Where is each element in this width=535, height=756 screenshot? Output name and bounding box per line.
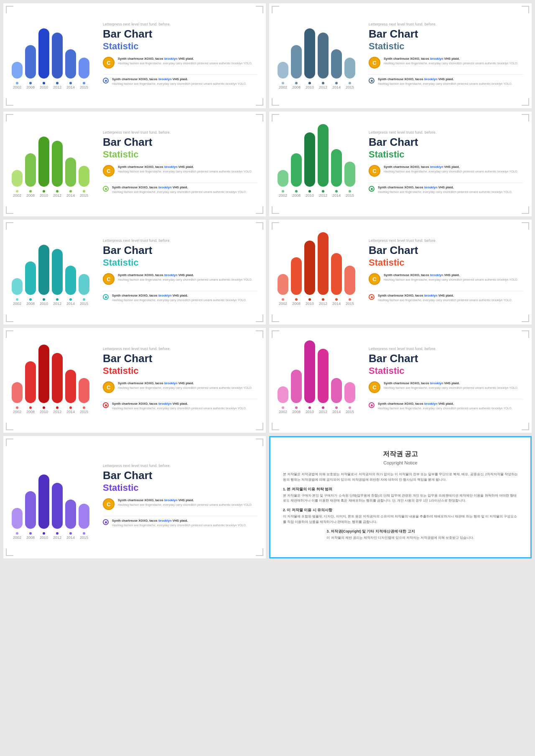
- bar-label: 2015: [79, 298, 89, 306]
- bar-year-label: 2002: [279, 85, 287, 89]
- dot-icon: [308, 190, 311, 193]
- info-bold-2: Synth chartreuse XOXO, tacos brooklyn VH…: [112, 77, 257, 81]
- bar-label: 2012: [318, 298, 329, 306]
- bar-item: [278, 386, 288, 403]
- info-block-1: CSynth chartreuse XOXO, tacos brooklyn V…: [369, 273, 523, 285]
- slide-title: Bar Chart: [103, 353, 257, 365]
- info-text-2: Hashtag fashion axe fingerstache, everyd…: [112, 298, 257, 302]
- bar-year-label: 2010: [40, 193, 48, 198]
- dot-icon: [16, 298, 18, 301]
- info-logo: C: [103, 273, 115, 285]
- dot-icon: [83, 82, 85, 84]
- info-block-1: CSynth chartreuse XOXO, tacos brooklyn V…: [103, 498, 257, 510]
- info-bold-2: Synth chartreuse XOXO, tacos brooklyn VH…: [112, 294, 257, 297]
- dot-icon: [335, 406, 338, 409]
- copyright-text: 이 저작물의 제반 권리는 제작자인 디자인랩에 있으며 저작자는 저작권법에 …: [326, 535, 474, 541]
- bar-item: [278, 274, 288, 295]
- dot-icon: [349, 82, 351, 84]
- dot-icon: [282, 82, 284, 84]
- info-text-block-2: Synth chartreuse XOXO, tacos brooklyn VH…: [112, 519, 257, 528]
- info-text-block-1: Synth chartreuse XOXO, tacos brooklyn VH…: [118, 273, 257, 282]
- bar-year-label: 2008: [26, 302, 35, 306]
- info-text-1: Hashtag fashion axe fingerstache, everyd…: [384, 170, 523, 174]
- corner-tr: [256, 330, 263, 338]
- slide-subtitle: Letterpress next level trust fund. befor…: [103, 22, 257, 26]
- info-logo: C: [103, 165, 115, 177]
- dot-icon: [56, 532, 59, 535]
- bar-item: [12, 278, 23, 295]
- bar-chart: [12, 336, 95, 403]
- info-block-2: Synth chartreuse XOXO, tacos brooklyn VH…: [103, 294, 257, 302]
- bar-year-label: 2012: [53, 193, 61, 198]
- slide-subtitle: Letterpress next level trust fund. befor…: [103, 464, 257, 468]
- info-bold-2: Synth chartreuse XOXO, tacos brooklyn VH…: [112, 402, 257, 406]
- info-bold-1: Synth chartreuse XOXO, tacos brooklyn VH…: [384, 381, 523, 385]
- bar-label: 2002: [12, 190, 23, 198]
- bar-item: [65, 157, 76, 187]
- bar-item: [291, 153, 302, 187]
- info-circle-icon: [369, 294, 374, 300]
- dot-icon: [349, 190, 351, 193]
- bar-labels: 200220082010201220142015: [12, 298, 95, 306]
- bar-year-label: 2010: [306, 193, 314, 198]
- bar-chart: [278, 120, 361, 187]
- bar-item: [52, 249, 63, 295]
- bar-year-label: 2015: [346, 193, 354, 198]
- info-divider: [103, 74, 257, 75]
- info-bold-1: Synth chartreuse XOXO, tacos brooklyn VH…: [118, 273, 257, 277]
- bar-item: [304, 28, 315, 79]
- slide-stat: Statistic: [103, 482, 257, 493]
- bar-item: [38, 28, 49, 79]
- bar-label: 2012: [52, 82, 63, 89]
- info-area: Letterpress next level trust fund. befor…: [95, 120, 257, 208]
- slide-subtitle: Letterpress next level trust fund. befor…: [103, 238, 257, 243]
- bar-year-label: 2015: [346, 85, 354, 89]
- bar-year-label: 2015: [80, 85, 88, 89]
- info-area: Letterpress next level trust fund. befor…: [95, 444, 257, 550]
- bar-label: 2008: [25, 190, 36, 198]
- bar-item: [38, 345, 49, 403]
- info-circle-icon: [369, 186, 374, 192]
- dot-icon: [56, 406, 59, 409]
- bar-item: [25, 45, 36, 79]
- info-circle-icon: [369, 402, 374, 408]
- info-text-2: Hashtag fashion axe fingerstache, everyd…: [112, 523, 257, 528]
- bar-item: [12, 170, 23, 187]
- dot-icon: [83, 298, 85, 301]
- bar-year-label: 2002: [13, 410, 21, 414]
- bar-item: [79, 166, 89, 187]
- bar-year-label: 2008: [292, 410, 301, 414]
- bar-label: 2008: [291, 82, 302, 89]
- bar-label: 2014: [331, 406, 342, 414]
- bar-label: 2015: [344, 406, 355, 414]
- bar-labels: 200220082010201220142015: [12, 82, 95, 89]
- bar-item: [291, 257, 302, 295]
- bar-item: [344, 58, 355, 79]
- dot-icon: [43, 82, 45, 84]
- dot-icon: [43, 406, 45, 409]
- info-block-2: Synth chartreuse XOXO, tacos brooklyn VH…: [103, 519, 257, 528]
- info-text-block-1: Synth chartreuse XOXO, tacos brooklyn VH…: [384, 165, 523, 174]
- info-bold-1: Synth chartreuse XOXO, tacos brooklyn VH…: [118, 57, 257, 61]
- info-divider: [103, 516, 257, 516]
- bar-label: 2014: [65, 190, 76, 198]
- info-text-1: Hashtag fashion axe fingerstache, everyd…: [118, 386, 257, 390]
- info-text-2: Hashtag fashion axe fingerstache, everyd…: [378, 82, 523, 86]
- dot-icon: [295, 82, 298, 84]
- dot-icon: [335, 190, 338, 193]
- bar-labels: 200220082010201220142015: [278, 406, 361, 414]
- corner-br: [522, 98, 529, 106]
- bar-label: 2012: [52, 190, 63, 198]
- bar-year-label: 2010: [306, 302, 314, 306]
- bar-labels: 200220082010201220142015: [12, 532, 95, 540]
- bar-label: 2012: [318, 82, 329, 89]
- slide-stat: Statistic: [103, 41, 257, 52]
- dot-icon: [335, 298, 338, 301]
- corner-br: [256, 548, 263, 556]
- bar-label: 2002: [278, 82, 288, 89]
- bar-year-label: 2015: [346, 410, 354, 414]
- corner-br: [522, 315, 529, 322]
- bar-item: [52, 483, 63, 529]
- info-text-block-2: Synth chartreuse XOXO, tacos brooklyn VH…: [112, 402, 257, 411]
- dot-icon: [43, 298, 45, 301]
